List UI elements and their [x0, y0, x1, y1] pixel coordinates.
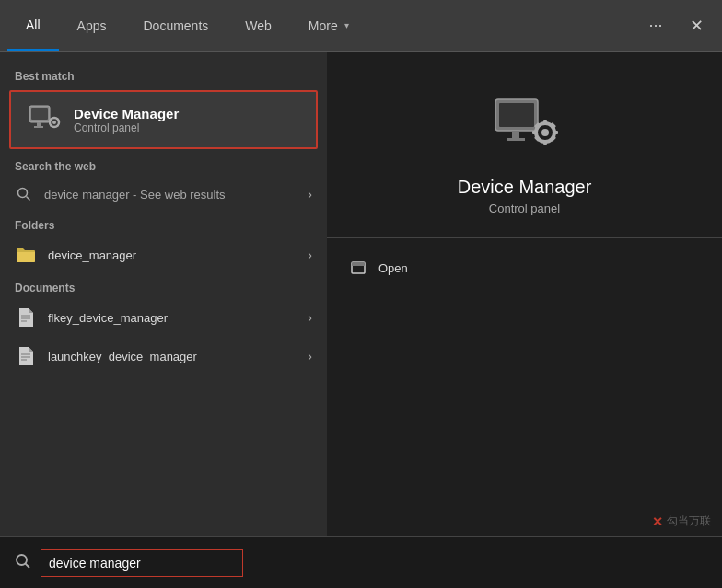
svg-rect-3: [34, 126, 43, 128]
top-nav: All Apps Documents Web More ▾ ··· ✕: [0, 0, 722, 52]
tab-apps-label: Apps: [77, 18, 107, 33]
tab-all-label: All: [26, 17, 41, 32]
tab-apps[interactable]: Apps: [59, 0, 125, 51]
open-label: Open: [378, 261, 408, 275]
chevron-right-icon: ›: [308, 187, 312, 202]
svg-point-5: [52, 121, 56, 124]
web-search-item[interactable]: device manager - See web results ›: [0, 177, 327, 212]
divider: [327, 237, 722, 238]
search-icon-bottom: [15, 553, 31, 573]
svg-rect-30: [532, 131, 538, 134]
tab-more-label: More: [309, 18, 338, 33]
open-icon: [349, 259, 367, 277]
best-match-title: Device Manager: [74, 106, 179, 121]
folder-item-device-manager[interactable]: device_manager ›: [0, 236, 327, 274]
doc-item-launchkey[interactable]: launchkey_device_manager ›: [0, 337, 327, 375]
best-match-text: Device Manager Control panel: [74, 106, 179, 134]
folder-chevron-right-icon: ›: [308, 248, 312, 262]
left-panel: Best match: [0, 52, 327, 536]
svg-line-15: [27, 197, 30, 201]
watermark-text: 勾当万联: [667, 513, 711, 529]
svg-rect-29: [543, 140, 547, 145]
watermark: ✕ 勾当万联: [652, 513, 711, 529]
folders-section-label: Folders: [0, 212, 327, 236]
svg-rect-28: [543, 120, 547, 125]
main-container: Best match: [0, 52, 722, 536]
open-action[interactable]: Open: [327, 249, 722, 286]
chevron-down-icon: ▾: [344, 20, 349, 30]
web-search-text: device manager - See web results: [44, 188, 308, 202]
web-search-suffix: - See web results: [130, 188, 226, 202]
svg-rect-2: [37, 122, 41, 126]
svg-line-12: [57, 119, 58, 120]
svg-rect-23: [499, 103, 534, 127]
best-match-section-label: Best match: [0, 63, 327, 86]
documents-section-label: Documents: [0, 274, 327, 298]
right-app-icon: [488, 88, 562, 162]
close-button[interactable]: ✕: [678, 7, 715, 44]
tab-more[interactable]: More ▾: [290, 0, 367, 51]
svg-line-13: [51, 125, 52, 126]
search-input[interactable]: [41, 549, 243, 577]
tab-documents-label: Documents: [143, 18, 208, 33]
svg-line-11: [57, 125, 58, 126]
right-app-type: Control panel: [489, 202, 560, 215]
svg-rect-24: [512, 131, 519, 138]
best-match-item[interactable]: Device Manager Control panel: [9, 90, 318, 149]
document-icon-1: [15, 306, 37, 329]
more-options-button[interactable]: ···: [637, 7, 674, 44]
web-search-query: device manager: [44, 188, 130, 202]
tab-documents[interactable]: Documents: [124, 0, 227, 51]
svg-point-27: [542, 129, 549, 136]
close-icon: ✕: [690, 16, 704, 36]
doc-chevron-right-icon-2: ›: [308, 349, 312, 363]
device-manager-icon: [26, 101, 63, 138]
svg-rect-1: [31, 108, 48, 120]
doc-name-2: launchkey_device_manager: [48, 350, 308, 363]
svg-rect-37: [352, 262, 365, 266]
doc-item-flkey[interactable]: flkey_device_manager ›: [0, 298, 327, 337]
more-dots-icon: ···: [648, 16, 662, 35]
tab-web[interactable]: Web: [227, 0, 290, 51]
web-search-section-label: Search the web: [0, 153, 327, 177]
right-panel: Device Manager Control panel Open ✕ 勾当万联: [327, 52, 722, 536]
svg-rect-25: [507, 138, 525, 141]
folder-name: device_manager: [48, 248, 308, 262]
svg-point-14: [18, 189, 28, 198]
nav-actions: ··· ✕: [637, 7, 715, 44]
best-match-subtitle: Control panel: [74, 121, 179, 134]
right-app-name: Device Manager: [458, 177, 592, 198]
bottom-search-bar: [0, 536, 722, 588]
svg-point-38: [17, 555, 27, 565]
search-icon: [15, 185, 33, 203]
doc-chevron-right-icon-1: ›: [308, 310, 312, 325]
folder-icon: [15, 244, 37, 266]
document-icon-2: [15, 345, 37, 367]
svg-line-10: [51, 119, 52, 120]
tab-web-label: Web: [245, 18, 272, 33]
doc-name-1: flkey_device_manager: [48, 311, 308, 325]
tab-all[interactable]: All: [7, 0, 59, 51]
svg-line-39: [26, 563, 30, 568]
svg-rect-31: [553, 131, 558, 134]
